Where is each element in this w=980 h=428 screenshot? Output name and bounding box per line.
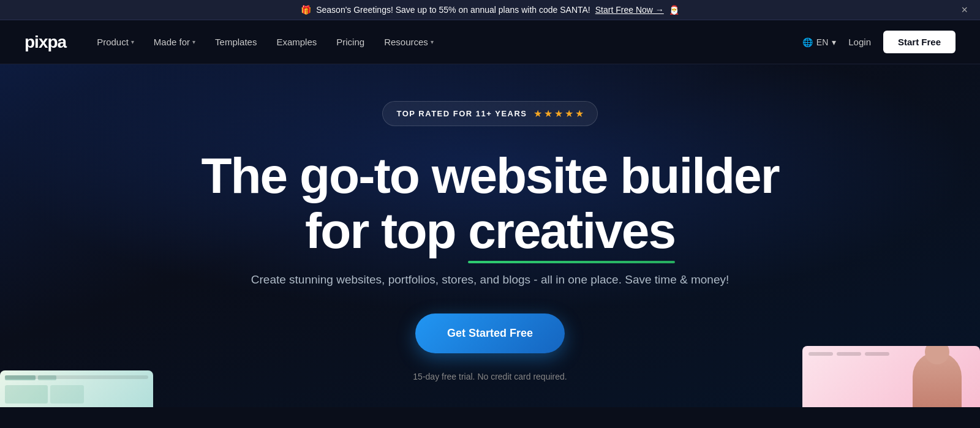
nav-item-templates[interactable]: Templates — [215, 37, 257, 47]
nav-links: Product ▾ Made for ▾ Templates Examples … — [97, 37, 802, 47]
star-1: ★ — [533, 108, 542, 119]
santa-icon: 🎅 — [669, 5, 679, 15]
logo[interactable]: pixpa — [24, 32, 66, 52]
chevron-down-icon: ▾ — [832, 37, 836, 47]
nav-examples-label: Examples — [276, 37, 317, 47]
close-button[interactable]: × — [961, 4, 968, 15]
hero-subtitle: Create stunning websites, portfolios, st… — [12, 273, 968, 287]
trial-text: 15-day free trial. No credit card requir… — [413, 372, 567, 381]
gift-icon: 🎁 — [301, 5, 311, 15]
navbar: pixpa Product ▾ Made for ▾ Templates Exa… — [0, 20, 980, 64]
announcement-cta[interactable]: Start Free Now → — [595, 5, 664, 15]
chevron-down-icon: ▾ — [431, 39, 434, 45]
hero-title-line2-prefix: for top — [305, 203, 468, 258]
badge-text: TOP RATED FOR 11+ YEARS — [396, 109, 527, 118]
nav-item-made-for[interactable]: Made for ▾ — [154, 37, 195, 47]
hero-title: The go-to website builder for top creati… — [12, 148, 968, 258]
nav-resources-label: Resources — [384, 37, 428, 47]
nav-pricing-label: Pricing — [336, 37, 364, 47]
star-2: ★ — [544, 108, 552, 119]
nav-item-pricing[interactable]: Pricing — [336, 37, 364, 47]
chevron-down-icon: ▾ — [192, 39, 195, 45]
star-rating: ★ ★ ★ ★ ★ — [533, 108, 584, 119]
hero-title-line1: The go-to website builder — [201, 148, 778, 203]
hero-title-keyword: creatives — [468, 203, 675, 258]
nav-item-product[interactable]: Product ▾ — [97, 37, 134, 47]
announcement-text: Season's Greetings! Save up to 55% on an… — [316, 5, 590, 15]
start-free-button[interactable]: Start Free — [883, 31, 956, 53]
login-button[interactable]: Login — [848, 37, 871, 47]
lang-label: EN — [816, 37, 828, 47]
hero-section: TOP RATED FOR 11+ YEARS ★ ★ ★ ★ ★ The go… — [0, 64, 980, 407]
language-selector[interactable]: 🌐 EN ▾ — [802, 37, 836, 47]
star-3: ★ — [554, 108, 563, 119]
top-rated-badge: TOP RATED FOR 11+ YEARS ★ ★ ★ ★ ★ — [382, 101, 597, 126]
announcement-bar: 🎁 Season's Greetings! Save up to 55% on … — [0, 0, 980, 20]
nav-templates-label: Templates — [215, 37, 257, 47]
nav-item-resources[interactable]: Resources ▾ — [384, 37, 434, 47]
get-started-button[interactable]: Get Started Free — [415, 313, 565, 353]
nav-product-label: Product — [97, 37, 129, 47]
chevron-down-icon: ▾ — [131, 39, 134, 45]
nav-right: 🌐 EN ▾ Login Start Free — [802, 31, 956, 53]
star-4: ★ — [565, 108, 573, 119]
nav-item-examples[interactable]: Examples — [276, 37, 317, 47]
globe-icon: 🌐 — [802, 37, 813, 47]
star-5: ★ — [575, 108, 584, 119]
nav-made-for-label: Made for — [154, 37, 190, 47]
